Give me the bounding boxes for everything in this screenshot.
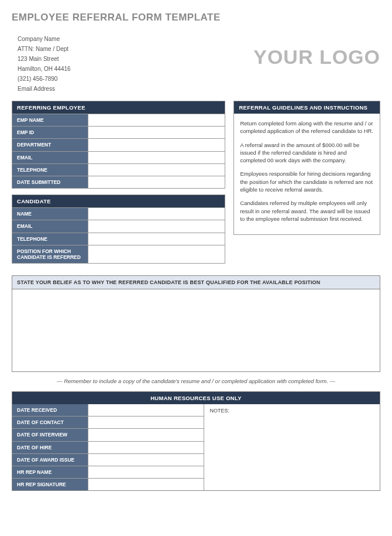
field-label-date-award: DATE OF AWARD ISSUE	[12, 454, 88, 466]
field-row: DATE SUBMITTED	[12, 176, 225, 188]
company-email: Email Address	[18, 84, 71, 94]
field-label-cand-name: NAME	[12, 208, 88, 220]
referring-employee-section: REFERRING EMPLOYEE EMP NAME EMP ID DEPAR…	[12, 101, 225, 189]
belief-header: STATE YOUR BELIEF AS TO WHY THE REFERRED…	[12, 276, 380, 289]
field-date-contact[interactable]	[88, 416, 204, 428]
company-name: Company Name	[18, 34, 71, 44]
field-row: NAME	[12, 207, 225, 220]
field-telephone[interactable]	[88, 164, 225, 176]
guidelines-p2: A referral award in the amount of $000.0…	[240, 141, 374, 165]
field-row: POSITION FOR WHICH CANDIDATE IS REFERRED	[12, 245, 225, 263]
guidelines-p4: Candidates referred by multiple employee…	[240, 199, 374, 223]
field-label-department: DEPARTMENT	[12, 139, 88, 151]
field-cand-email[interactable]	[88, 220, 225, 232]
hr-notes-area[interactable]: NOTES:	[204, 404, 380, 490]
field-row: EMP NAME	[12, 114, 225, 126]
guidelines-body: Return completed form along with the res…	[234, 114, 380, 234]
field-row: DEPARTMENT	[12, 138, 225, 151]
field-date-interview[interactable]	[88, 429, 204, 441]
field-date-submitted[interactable]	[88, 176, 225, 188]
hr-notes-label: NOTES:	[210, 408, 230, 414]
field-department[interactable]	[88, 139, 225, 151]
company-city: Hamilton, OH 44416	[18, 64, 71, 74]
field-label-emp-id: EMP ID	[12, 127, 88, 138]
company-street: 123 Main Street	[18, 54, 71, 64]
candidate-section: CANDIDATE NAME EMAIL TELEPHONE POSITION …	[12, 194, 225, 264]
company-attn: ATTN: Name / Dept	[18, 44, 71, 54]
field-row: DATE OF CONTACT	[12, 416, 204, 428]
field-email[interactable]	[88, 152, 225, 163]
field-date-hire[interactable]	[88, 442, 204, 453]
field-label-date-received: DATE RECEIVED	[12, 404, 88, 416]
field-label-date-hire: DATE OF HIRE	[12, 442, 88, 453]
field-row: DATE OF INTERVIEW	[12, 428, 204, 441]
field-label-hr-rep-signature: HR REP SIGNATURE	[12, 479, 88, 490]
belief-section: STATE YOUR BELIEF AS TO WHY THE REFERRED…	[12, 275, 380, 372]
field-row: TELEPHONE	[12, 233, 225, 245]
field-label-cand-position: POSITION FOR WHICH CANDIDATE IS REFERRED	[12, 245, 88, 263]
field-label-cand-email: EMAIL	[12, 220, 88, 232]
field-label-hr-rep-name: HR REP NAME	[12, 466, 88, 478]
field-row: EMAIL	[12, 220, 225, 232]
field-row: HR REP NAME	[12, 466, 204, 478]
field-label-emp-name: EMP NAME	[12, 114, 88, 126]
field-row: DATE OF HIRE	[12, 441, 204, 453]
field-emp-name[interactable]	[88, 114, 225, 126]
company-phone: (321) 456-7890	[18, 74, 71, 84]
field-label-date-contact: DATE OF CONTACT	[12, 416, 88, 428]
page-title: EMPLOYEE REFERRAL FORM TEMPLATE	[12, 12, 380, 23]
field-emp-id[interactable]	[88, 127, 225, 138]
guidelines-header: REFERRAL GUIDELINES AND INSTRUCTIONS	[234, 101, 380, 114]
logo-placeholder: YOUR LOGO	[253, 46, 380, 69]
guidelines-p3: Employees responsible for hiring decisio…	[240, 170, 374, 193]
field-row: HR REP SIGNATURE	[12, 478, 204, 490]
field-cand-telephone[interactable]	[88, 233, 225, 245]
belief-textarea[interactable]	[12, 289, 380, 371]
field-row: DATE OF AWARD ISSUE	[12, 453, 204, 466]
guidelines-section: REFERRAL GUIDELINES AND INSTRUCTIONS Ret…	[233, 101, 380, 235]
referring-employee-header: REFERRING EMPLOYEE	[12, 101, 225, 114]
header: Company Name ATTN: Name / Dept 123 Main …	[12, 34, 380, 94]
field-row: EMAIL	[12, 151, 225, 163]
field-label-email: EMAIL	[12, 152, 88, 163]
field-label-date-interview: DATE OF INTERVIEW	[12, 429, 88, 441]
candidate-header: CANDIDATE	[12, 195, 225, 207]
hr-section: HUMAN RESOURCES USE ONLY DATE RECEIVED D…	[12, 391, 380, 491]
field-cand-position[interactable]	[88, 245, 225, 263]
reminder-note: — Remember to include a copy of the cand…	[12, 378, 380, 384]
company-block: Company Name ATTN: Name / Dept 123 Main …	[12, 34, 71, 94]
field-date-award[interactable]	[88, 454, 204, 466]
field-label-telephone: TELEPHONE	[12, 164, 88, 176]
field-date-received[interactable]	[88, 404, 204, 416]
field-row: TELEPHONE	[12, 163, 225, 176]
field-label-date-submitted: DATE SUBMITTED	[12, 176, 88, 188]
field-cand-name[interactable]	[88, 208, 225, 220]
field-hr-rep-name[interactable]	[88, 466, 204, 478]
field-row: EMP ID	[12, 126, 225, 138]
hr-header: HUMAN RESOURCES USE ONLY	[12, 392, 380, 404]
field-hr-rep-signature[interactable]	[88, 479, 204, 490]
field-label-cand-telephone: TELEPHONE	[12, 233, 88, 245]
field-row: DATE RECEIVED	[12, 404, 204, 416]
guidelines-p1: Return completed form along with the res…	[240, 120, 374, 135]
